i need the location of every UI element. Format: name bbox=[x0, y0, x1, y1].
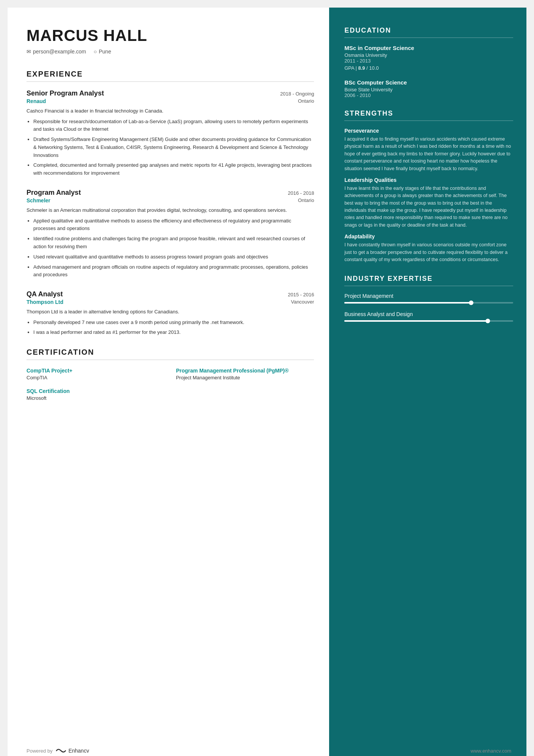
experience-item: Program Analyst 2016 - 2018 Schmeler Ont… bbox=[27, 189, 314, 279]
expertise-label: Business Analyst and Design bbox=[344, 311, 513, 317]
enhancv-logo-icon bbox=[56, 747, 66, 754]
edu-gpa: GPA | 8.9 / 10.0 bbox=[344, 65, 513, 71]
resume-page: MARCUS HALL ✉ person@example.com ○ Pune … bbox=[8, 8, 526, 756]
certification-item: CompTIA Project+ CompTIA bbox=[27, 368, 165, 380]
right-column: EDUCATION MSc in Computer Science Osmani… bbox=[329, 8, 526, 756]
exp-title: Program Analyst bbox=[27, 189, 81, 197]
experience-item: QA Analyst 2015 - 2016 Thompson Ltd Vanc… bbox=[27, 290, 314, 337]
experience-divider bbox=[27, 81, 314, 82]
exp-title: Senior Program Analyst bbox=[27, 89, 104, 97]
brand-name: Enhancv bbox=[69, 748, 89, 754]
cert-name: CompTIA Project+ bbox=[27, 368, 165, 374]
expertise-bar-dot bbox=[486, 319, 490, 323]
strengths-list: Perseverance I acquired it due to findin… bbox=[344, 128, 513, 263]
email-icon: ✉ bbox=[27, 49, 31, 55]
exp-location: Vancouver bbox=[291, 299, 314, 305]
location-contact: ○ Pune bbox=[94, 49, 111, 55]
powered-by-label: Powered by bbox=[27, 748, 53, 754]
list-item: Completed, documented and formally prese… bbox=[33, 161, 314, 177]
strength-item: Adaptability I have constantly thrown my… bbox=[344, 233, 513, 263]
education-section: EDUCATION MSc in Computer Science Osmani… bbox=[344, 27, 513, 98]
edu-years: 2006 - 2010 bbox=[344, 92, 513, 98]
edu-years: 2011 - 2013 bbox=[344, 58, 513, 64]
list-item: Drafted Systems/Software Engineering Man… bbox=[33, 136, 314, 159]
list-item: Identified routine problems and challeng… bbox=[33, 235, 314, 251]
list-item: Used relevant qualitative and quantitati… bbox=[33, 253, 314, 261]
expertise-bar-bg bbox=[344, 302, 513, 304]
edu-school: Boise State University bbox=[344, 87, 513, 92]
exp-sub-header: Thompson Ltd Vancouver bbox=[27, 299, 314, 305]
experience-section-title: EXPERIENCE bbox=[27, 70, 314, 78]
edu-degree: BSc Computer Science bbox=[344, 79, 513, 86]
strength-desc: I have learnt this in the early stages o… bbox=[344, 185, 513, 229]
strength-item: Leadership Qualities I have learnt this … bbox=[344, 177, 513, 229]
industry-section-title: INDUSTRY EXPERTISE bbox=[344, 275, 513, 283]
cert-org: CompTIA bbox=[27, 375, 165, 380]
cert-name: Program Management Professional (PgMP)® bbox=[176, 368, 314, 374]
education-divider bbox=[344, 38, 513, 38]
exp-company: Renaud bbox=[27, 98, 46, 104]
exp-description: Cashco Financial is a leader in financia… bbox=[27, 107, 314, 115]
industry-list: Project Management Business Analyst and … bbox=[344, 293, 513, 322]
certification-divider bbox=[27, 360, 314, 360]
exp-sub-header: Renaud Ontario bbox=[27, 98, 314, 104]
exp-description: Schmeler is an American multinational co… bbox=[27, 207, 314, 214]
exp-bullets: Responsible for research/documentation o… bbox=[27, 118, 314, 178]
education-section-title: EDUCATION bbox=[344, 27, 513, 34]
certification-section-title: CERTIFICATION bbox=[27, 348, 314, 357]
industry-section: INDUSTRY EXPERTISE Project Management Bu… bbox=[344, 275, 513, 322]
footer-left: Powered by Enhancv bbox=[27, 747, 89, 754]
expertise-item: Business Analyst and Design bbox=[344, 311, 513, 322]
exp-bullets: Applied qualitative and quantitative met… bbox=[27, 217, 314, 279]
experience-section: EXPERIENCE Senior Program Analyst 2018 -… bbox=[27, 70, 314, 337]
list-item: Personally developed 7 new use cases ove… bbox=[33, 319, 314, 327]
exp-company: Thompson Ltd bbox=[27, 299, 63, 305]
list-item: Advised management and program officials… bbox=[33, 263, 314, 279]
header: MARCUS HALL ✉ person@example.com ○ Pune bbox=[27, 27, 314, 55]
exp-bullets: Personally developed 7 new use cases ove… bbox=[27, 319, 314, 337]
expertise-bar-dot bbox=[469, 301, 473, 305]
exp-date: 2015 - 2016 bbox=[288, 292, 314, 297]
cert-name: SQL Certification bbox=[27, 388, 165, 394]
strength-title: Adaptability bbox=[344, 233, 513, 239]
edu-degree: MSc in Computer Science bbox=[344, 45, 513, 51]
expertise-label: Project Management bbox=[344, 293, 513, 299]
strength-title: Perseverance bbox=[344, 128, 513, 134]
contact-info: ✉ person@example.com ○ Pune bbox=[27, 49, 314, 55]
expertise-bar-bg bbox=[344, 320, 513, 322]
certification-section: CERTIFICATION CompTIA Project+ CompTIA P… bbox=[27, 348, 314, 401]
left-column: MARCUS HALL ✉ person@example.com ○ Pune … bbox=[8, 8, 329, 756]
education-list: MSc in Computer Science Osmania Universi… bbox=[344, 45, 513, 98]
experience-item: Senior Program Analyst 2018 - Ongoing Re… bbox=[27, 89, 314, 177]
candidate-name: MARCUS HALL bbox=[27, 27, 314, 45]
exp-sub-header: Schmeler Ontario bbox=[27, 197, 314, 203]
email-contact: ✉ person@example.com bbox=[27, 49, 86, 55]
edu-school: Osmania University bbox=[344, 52, 513, 58]
exp-description: Thompson Ltd is a leader in alternative … bbox=[27, 308, 314, 316]
footer-website: www.enhancv.com bbox=[471, 748, 511, 754]
expertise-item: Project Management bbox=[344, 293, 513, 304]
education-item: MSc in Computer Science Osmania Universi… bbox=[344, 45, 513, 71]
cert-org: Project Management Institute bbox=[176, 375, 314, 380]
exp-date: 2016 - 2018 bbox=[288, 190, 314, 196]
list-item: I was a lead performer and rated as #1 p… bbox=[33, 329, 314, 337]
exp-header: Senior Program Analyst 2018 - Ongoing bbox=[27, 89, 314, 97]
exp-location: Ontario bbox=[298, 98, 314, 104]
education-item: BSc Computer Science Boise State Univers… bbox=[344, 79, 513, 98]
certification-item: Program Management Professional (PgMP)® … bbox=[176, 368, 314, 380]
exp-company: Schmeler bbox=[27, 197, 50, 203]
experience-list: Senior Program Analyst 2018 - Ongoing Re… bbox=[27, 89, 314, 337]
cert-org: Microsoft bbox=[27, 395, 165, 401]
footer-logo: Enhancv bbox=[56, 747, 89, 754]
strength-title: Leadership Qualities bbox=[344, 177, 513, 183]
footer: Powered by Enhancv www.enhancv.com bbox=[27, 747, 511, 754]
list-item: Applied qualitative and quantitative met… bbox=[33, 217, 314, 233]
strength-desc: I have constantly thrown myself in vario… bbox=[344, 241, 513, 263]
location-icon: ○ bbox=[94, 49, 97, 55]
industry-divider bbox=[344, 286, 513, 286]
strength-item: Perseverance I acquired it due to findin… bbox=[344, 128, 513, 172]
exp-header: QA Analyst 2015 - 2016 bbox=[27, 290, 314, 298]
strengths-section: STRENGTHS Perseverance I acquired it due… bbox=[344, 110, 513, 263]
list-item: Responsible for research/documentation o… bbox=[33, 118, 314, 134]
expertise-bar-fill bbox=[344, 302, 471, 304]
